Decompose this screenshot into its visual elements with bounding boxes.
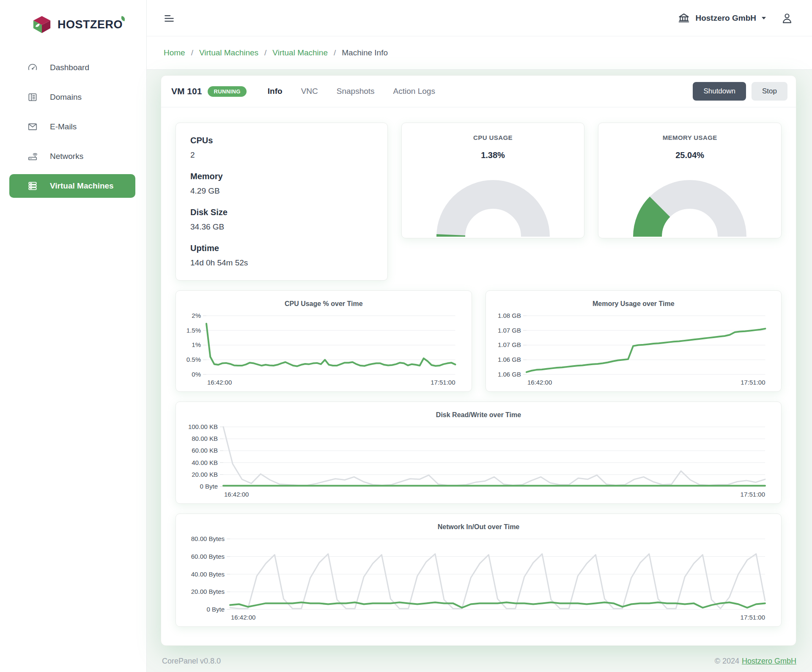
svg-text:0 Byte: 0 Byte bbox=[200, 483, 218, 490]
stat-value: 34.36 GB bbox=[190, 222, 373, 232]
topbar-right: Hostzero GmbH bbox=[678, 12, 793, 25]
svg-text:60.00 KB: 60.00 KB bbox=[192, 447, 218, 454]
svg-text:2%: 2% bbox=[192, 312, 201, 319]
tab-snapshots[interactable]: Snapshots bbox=[337, 87, 375, 96]
sidebar-item-label: Networks bbox=[50, 152, 83, 161]
hostzero-logo-icon bbox=[32, 15, 52, 34]
svg-text:16:42:00: 16:42:00 bbox=[231, 614, 255, 621]
vm-actions: Shutdown Stop bbox=[693, 82, 787, 101]
disk-io-chart-panel: Disk Read/Write over Time 100.00 KB80.00… bbox=[176, 402, 782, 504]
tab-action-logs[interactable]: Action Logs bbox=[393, 87, 435, 96]
breadcrumb: Home / Virtual Machines / Virtual Machin… bbox=[147, 36, 812, 70]
org-switcher-dropdown[interactable]: Hostzero GmbH bbox=[678, 12, 766, 25]
envelope-icon bbox=[27, 121, 38, 132]
hamburger-menu-icon[interactable] bbox=[164, 13, 175, 24]
chart-title: CPU Usage % over Time bbox=[184, 300, 463, 308]
user-account-icon[interactable] bbox=[781, 12, 793, 25]
router-icon bbox=[27, 151, 38, 162]
page-content: VM 101 RUNNING Info VNC Snapshots Action… bbox=[147, 70, 812, 653]
domains-list-icon bbox=[27, 92, 38, 103]
sidebar-item-label: E-Mails bbox=[50, 122, 77, 131]
svg-text:16:42:00: 16:42:00 bbox=[207, 379, 232, 386]
tab-vnc[interactable]: VNC bbox=[301, 87, 318, 96]
chart-title: Network In/Out over Time bbox=[184, 523, 773, 531]
svg-text:1%: 1% bbox=[192, 341, 201, 349]
stat-label: Memory bbox=[190, 172, 373, 181]
breadcrumb-virtual-machines[interactable]: Virtual Machines bbox=[199, 48, 258, 57]
dashboard-gauge-icon bbox=[27, 62, 38, 73]
vm-body: CPUs 2 Memory 4.29 GB Disk Size 34.36 GB bbox=[161, 107, 796, 645]
svg-text:1.06 GB: 1.06 GB bbox=[498, 371, 521, 378]
gauge-title: CPU USAGE bbox=[473, 134, 513, 141]
vm-header: VM 101 RUNNING Info VNC Snapshots Action… bbox=[161, 76, 796, 107]
stat-value: 2 bbox=[190, 150, 373, 160]
breadcrumb-separator: / bbox=[334, 48, 336, 57]
stat-uptime: Uptime 14d 0h 54m 52s bbox=[190, 243, 373, 268]
brand-logo[interactable]: HOSTZERO bbox=[0, 0, 146, 41]
svg-text:1.06 GB: 1.06 GB bbox=[498, 356, 521, 363]
svg-text:20.00 KB: 20.00 KB bbox=[192, 471, 218, 478]
charts-row-3: Network In/Out over Time 80.00 Bytes60.0… bbox=[176, 514, 782, 627]
sidebar-item-label: Virtual Machines bbox=[50, 181, 114, 191]
svg-text:16:42:00: 16:42:00 bbox=[527, 379, 551, 386]
sidebar-item-emails[interactable]: E-Mails bbox=[9, 115, 135, 139]
brand-name: HOSTZERO bbox=[58, 18, 123, 31]
svg-text:20.00 Bytes: 20.00 Bytes bbox=[191, 588, 225, 595]
tab-info[interactable]: Info bbox=[268, 87, 283, 96]
breadcrumb-home[interactable]: Home bbox=[164, 48, 185, 57]
breadcrumb-separator: / bbox=[191, 48, 193, 57]
sidebar-item-label: Domains bbox=[50, 93, 82, 102]
charts-row-2: Disk Read/Write over Time 100.00 KB80.00… bbox=[176, 402, 782, 504]
svg-text:40.00 KB: 40.00 KB bbox=[192, 459, 218, 466]
sidebar-nav: Dashboard Domains E-Mails bbox=[0, 56, 146, 204]
stat-cpus: CPUs 2 bbox=[190, 136, 373, 160]
cpu-usage-line-chart: 2%1.5%1%0.5%0%16:42:0017:51:00 bbox=[184, 312, 463, 387]
stop-button[interactable]: Stop bbox=[752, 82, 787, 101]
memory-usage-line-chart: 1.08 GB1.07 GB1.07 GB1.06 GB1.06 GB16:42… bbox=[494, 312, 773, 387]
sidebar-item-networks[interactable]: Networks bbox=[9, 145, 135, 168]
vm-title: VM 101 bbox=[171, 86, 202, 96]
chart-title: Memory Usage over Time bbox=[494, 300, 773, 308]
main-area: Hostzero GmbH Home / Virtual Machines / … bbox=[147, 0, 812, 672]
copyright-text: © 2024 bbox=[715, 657, 739, 665]
gauge-value: 1.38% bbox=[481, 150, 505, 160]
stat-value: 14d 0h 54m 52s bbox=[190, 258, 373, 268]
vm-detail-card: VM 101 RUNNING Info VNC Snapshots Action… bbox=[161, 75, 796, 646]
footer: CorePanel v0.8.0 © 2024Hostzero GmbH bbox=[147, 653, 812, 672]
svg-text:1.08 GB: 1.08 GB bbox=[498, 312, 521, 319]
svg-text:17:51:00: 17:51:00 bbox=[741, 491, 765, 498]
stat-disk-size: Disk Size 34.36 GB bbox=[190, 208, 373, 232]
breadcrumb-virtual-machine[interactable]: Virtual Machine bbox=[272, 48, 328, 57]
app-version: CorePanel v0.8.0 bbox=[162, 657, 221, 666]
sidebar-item-dashboard[interactable]: Dashboard bbox=[9, 56, 135, 79]
vm-status-badge: RUNNING bbox=[208, 86, 246, 97]
footer-copyright: © 2024Hostzero GmbH bbox=[715, 657, 796, 666]
breadcrumb-current-page: Machine Info bbox=[342, 48, 388, 57]
network-io-chart-panel: Network In/Out over Time 80.00 Bytes60.0… bbox=[176, 514, 782, 627]
shutdown-button[interactable]: Shutdown bbox=[693, 82, 746, 101]
sidebar-item-label: Dashboard bbox=[50, 63, 89, 72]
app-window: HOSTZERO Dashboard Domains bbox=[0, 0, 812, 672]
logo-leaf-o: O bbox=[114, 18, 123, 31]
sidebar-item-virtual-machines[interactable]: Virtual Machines bbox=[9, 174, 135, 198]
sidebar: HOSTZERO Dashboard Domains bbox=[0, 0, 147, 672]
charts-row-1: CPU Usage % over Time 2%1.5%1%0.5%0%16:4… bbox=[176, 290, 782, 392]
sidebar-item-domains[interactable]: Domains bbox=[9, 85, 135, 109]
stat-value: 4.29 GB bbox=[190, 186, 373, 196]
svg-text:80.00 Bytes: 80.00 Bytes bbox=[191, 535, 225, 542]
gauge-title: MEMORY USAGE bbox=[663, 134, 717, 141]
svg-text:16:42:00: 16:42:00 bbox=[224, 491, 249, 498]
network-io-line-chart: 80.00 Bytes60.00 Bytes40.00 Bytes20.00 B… bbox=[184, 535, 773, 622]
topbar: Hostzero GmbH bbox=[147, 0, 812, 36]
svg-text:1.5%: 1.5% bbox=[187, 327, 201, 334]
stat-label: CPUs bbox=[190, 136, 373, 145]
stat-label: Disk Size bbox=[190, 208, 373, 217]
company-link[interactable]: Hostzero GmbH bbox=[742, 657, 796, 665]
vm-tabs: Info VNC Snapshots Action Logs bbox=[268, 87, 435, 96]
cpu-usage-gauge-panel: CPU USAGE 1.38% bbox=[401, 123, 585, 238]
overview-row: CPUs 2 Memory 4.29 GB Disk Size 34.36 GB bbox=[176, 123, 782, 281]
chart-title: Disk Read/Write over Time bbox=[184, 411, 773, 419]
disk-io-line-chart: 100.00 KB80.00 KB60.00 KB40.00 KB20.00 K… bbox=[184, 423, 773, 499]
memory-usage-gauge bbox=[631, 177, 749, 238]
memory-usage-gauge-panel: MEMORY USAGE 25.04% bbox=[598, 123, 782, 238]
